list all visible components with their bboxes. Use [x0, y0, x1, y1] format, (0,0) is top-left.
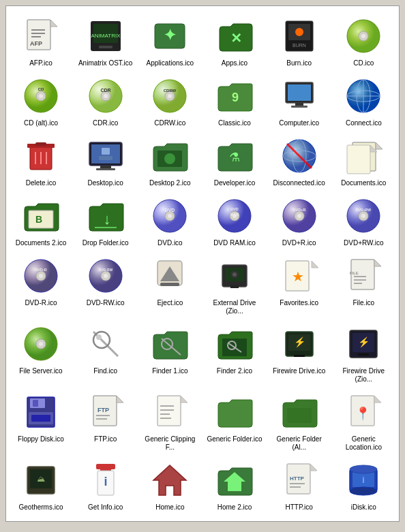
list-item[interactable]: CDR CDR.ico [74, 73, 138, 130]
list-item[interactable]: Desktop.ico [74, 133, 138, 190]
icon-label: Generic Clipping F... [140, 435, 200, 452]
list-item[interactable]: Home 2.ico [202, 457, 267, 514]
list-item[interactable]: CD.ico [331, 13, 395, 70]
svg-text:⚡: ⚡ [293, 337, 305, 348]
list-item[interactable]: Eject.ico [138, 253, 202, 318]
list-item[interactable]: ✦ Applications.ico [138, 13, 202, 70]
computer-icon [279, 76, 320, 116]
list-item[interactable]: Disconnected.ico [267, 133, 331, 190]
apps-icon: ✕ [214, 16, 255, 57]
svg-marker-144 [181, 396, 188, 403]
list-item[interactable]: Generic Folder.ico [202, 389, 267, 454]
list-item[interactable]: DVD-R DVD-R.ico [9, 253, 73, 318]
list-item[interactable]: CD CD (alt).ico [9, 73, 73, 130]
svg-rect-165 [290, 486, 301, 488]
svg-point-95 [104, 274, 108, 278]
list-item[interactable]: Home.ico [138, 457, 202, 514]
list-item[interactable]: FTP FTP.ico [74, 389, 138, 454]
dvdminusr-icon: DVD-R [20, 255, 61, 296]
list-item[interactable]: Delete.ico [9, 133, 73, 190]
list-item[interactable]: ⚡ Firewire Drive (Zio... [331, 321, 395, 386]
svg-rect-112 [354, 279, 366, 281]
file-icon: FILE [343, 255, 384, 296]
list-item[interactable]: ⚗ Developer.ico [202, 133, 267, 190]
svg-rect-128 [294, 355, 305, 357]
svg-text:DVD+RW: DVD+RW [356, 208, 371, 212]
icon-label: DVD-R.ico [25, 299, 57, 307]
list-item[interactable]: DVD-RW DVD-RW.ico [74, 253, 138, 318]
svg-point-116 [39, 342, 43, 346]
icon-label: Animatrix OST.ico [78, 59, 132, 67]
list-item[interactable]: ANIMATRIX Animatrix OST.ico [74, 13, 138, 70]
list-item[interactable]: File Server.ico [9, 321, 73, 386]
svg-text:✕: ✕ [230, 31, 241, 46]
list-item[interactable]: DVD+RW DVD+RW.ico [331, 193, 395, 250]
svg-text:DVD: DVD [230, 207, 239, 211]
documents2-icon: B [20, 195, 61, 236]
list-item[interactable]: Computer.ico [267, 73, 331, 130]
svg-point-15 [295, 28, 303, 36]
list-item[interactable]: External Drive (Zio... [202, 253, 267, 318]
list-item[interactable]: 📍 Generic Location.ico [331, 389, 395, 454]
list-item[interactable]: DVD+R DVD+R.ico [267, 193, 331, 250]
svg-rect-135 [33, 400, 38, 407]
icon-label: File Server.ico [19, 367, 62, 375]
list-item[interactable]: AFP AFP.ico [9, 13, 73, 70]
svg-rect-164 [290, 483, 305, 484]
svg-text:⛰: ⛰ [37, 474, 45, 484]
list-item[interactable]: Generic Clipping F... [138, 389, 202, 454]
list-item[interactable]: CDRW CDRW.ico [138, 73, 202, 130]
list-item[interactable]: Generic Folder (Al... [267, 389, 331, 454]
http-icon: HTTP [279, 460, 320, 501]
list-item[interactable]: ↓ Drop Folder.ico [74, 193, 138, 250]
list-item[interactable]: i iDisk.ico [331, 457, 395, 514]
svg-rect-44 [35, 142, 46, 146]
documents-icon [343, 136, 384, 176]
list-item[interactable]: B Documents 2.ico [9, 193, 73, 250]
list-item[interactable]: DVD RAM DVD RAM.ico [202, 193, 267, 250]
desktop2-icon [149, 136, 190, 176]
list-item[interactable]: HTTP HTTP.ico [267, 457, 331, 514]
list-item[interactable]: Finder 2.ico [202, 321, 267, 386]
icon-label: Favorites.ico [280, 299, 318, 307]
idisk-icon: i [343, 460, 384, 501]
icon-label: Classic.ico [218, 119, 251, 127]
svg-rect-34 [288, 84, 311, 101]
list-item[interactable]: Finder 1.ico [138, 321, 202, 386]
list-item[interactable]: Floppy Disk.ico [9, 389, 73, 454]
svg-point-91 [39, 274, 43, 278]
list-item[interactable]: Find.ico [74, 321, 138, 386]
icon-label: DVD+RW.ico [344, 239, 383, 247]
cd-alt-icon: CD [20, 76, 61, 116]
list-item[interactable]: FILE File.ico [331, 253, 395, 318]
list-item[interactable]: Desktop 2.ico [138, 133, 202, 190]
list-item[interactable]: BURN Burn.ico [267, 13, 331, 70]
icon-label: Eject.ico [157, 299, 183, 307]
list-item[interactable]: 9 Classic.ico [202, 73, 267, 130]
icon-label: CDRW.ico [154, 119, 185, 127]
svg-point-169 [350, 465, 377, 473]
find-icon [85, 324, 126, 364]
list-item[interactable]: Connect.ico [331, 73, 395, 130]
svg-marker-62 [376, 142, 382, 149]
icon-label: CD.ico [353, 59, 374, 67]
icon-label: Apps.ico [222, 59, 247, 67]
svg-text:DVD-RW: DVD-RW [98, 268, 112, 272]
list-item[interactable]: ★ Favorites.ico [267, 253, 331, 318]
icon-label: File.ico [352, 299, 374, 307]
list-item[interactable]: DVD DVD.ico [138, 193, 202, 250]
svg-point-30 [168, 94, 172, 98]
list-item[interactable]: Documents.ico [331, 133, 395, 190]
list-item[interactable]: ✕ Apps.ico [202, 13, 267, 70]
svg-text:CDR: CDR [100, 88, 110, 93]
svg-point-22 [39, 94, 43, 98]
list-item[interactable]: i Get Info.ico [74, 457, 138, 514]
cd-icon [343, 16, 384, 57]
icon-label: Firewire Drive.ico [273, 367, 325, 375]
svg-rect-71 [95, 227, 117, 228]
list-item[interactable]: ⚡ Firewire Drive.ico [267, 321, 331, 386]
list-item[interactable]: ⛰ Geotherms.ico [9, 457, 73, 514]
svg-text:AFP: AFP [30, 40, 42, 47]
burn-icon: BURN [279, 16, 320, 57]
icon-label: Burn.ico [286, 59, 312, 67]
